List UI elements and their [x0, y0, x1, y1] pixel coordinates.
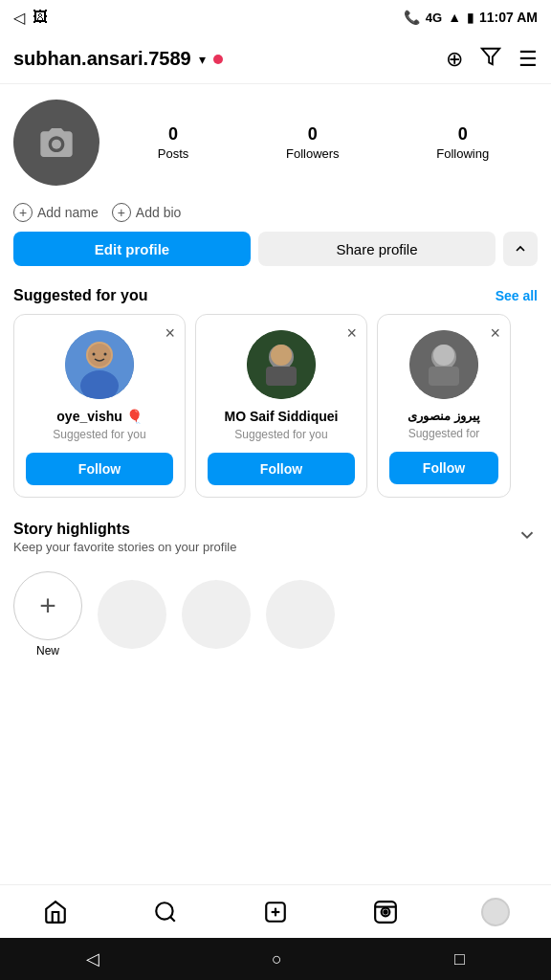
- profile-nav-circle: [481, 898, 510, 926]
- svg-rect-10: [266, 367, 297, 386]
- new-highlight-button[interactable]: +: [13, 571, 82, 640]
- wifi-icon: ▲: [448, 10, 461, 25]
- close-card-3-button[interactable]: ×: [490, 324, 500, 342]
- followers-stat[interactable]: 0 Followers: [286, 124, 340, 162]
- see-all-button[interactable]: See all: [496, 288, 538, 303]
- svg-point-7: [104, 353, 107, 356]
- followers-label: Followers: [286, 146, 340, 161]
- suggested-card-2: × MO Saif Siddiquei Suggested for you Fo…: [195, 314, 367, 498]
- add-bio-plus[interactable]: +: [112, 203, 131, 222]
- svg-point-15: [433, 345, 454, 366]
- card-name-3: پیروز منصوری: [408, 409, 480, 423]
- close-card-2-button[interactable]: ×: [346, 324, 357, 342]
- card-subtitle-2: Suggested for you: [234, 428, 327, 441]
- follow-button-3[interactable]: Follow: [389, 452, 498, 484]
- svg-rect-14: [429, 367, 459, 386]
- username-area[interactable]: subhan.ansari.7589 ▾: [13, 48, 223, 70]
- menu-icon[interactable]: ☰: [518, 47, 538, 72]
- stats-row: 0 Posts 0 Followers 0 Following: [109, 124, 538, 162]
- battery-icon: ▮: [467, 11, 474, 25]
- signal-strength: 4G: [426, 11, 442, 25]
- highlights-subtitle: Keep your favorite stories on your profi…: [13, 540, 236, 554]
- nav-icons: ⊕ ☰: [446, 46, 538, 73]
- highlights-row: + New: [0, 558, 551, 677]
- clock: 11:07 AM: [479, 10, 538, 25]
- close-card-1-button[interactable]: ×: [165, 324, 175, 342]
- add-name-item[interactable]: + Add name: [13, 203, 99, 222]
- edit-profile-button[interactable]: Edit profile: [13, 232, 251, 266]
- svg-point-23: [385, 910, 387, 913]
- plus-icon: +: [39, 590, 56, 622]
- notification-dot: [213, 55, 223, 64]
- profile-avatar[interactable]: [13, 100, 99, 186]
- svg-marker-0: [482, 48, 499, 64]
- android-nav-bar: ◁ ○ □: [0, 938, 551, 980]
- add-post-icon[interactable]: ⊕: [446, 47, 463, 72]
- add-row: + Add name + Add bio: [0, 197, 551, 232]
- following-label: Following: [436, 146, 489, 161]
- svg-point-16: [156, 902, 172, 919]
- following-stat[interactable]: 0 Following: [436, 124, 489, 162]
- svg-point-1: [52, 140, 61, 149]
- suggested-title: Suggested for you: [13, 287, 147, 304]
- svg-line-17: [170, 917, 175, 922]
- status-right: 📞 4G ▲ ▮ 11:07 AM: [404, 10, 538, 25]
- suggested-card-1: × oye_vishu 🎈 Suggested for you Follow: [13, 314, 186, 498]
- signal-arrow-icon: ◁: [13, 9, 25, 27]
- posts-count: 0: [158, 124, 189, 145]
- add-bio-label: Add bio: [136, 205, 181, 220]
- filter-icon[interactable]: [480, 46, 501, 73]
- svg-point-5: [88, 344, 111, 367]
- card-avatar-1: [65, 330, 134, 399]
- suggested-card-3: × پیروز منصوری Suggested for Follow: [377, 314, 511, 498]
- add-bio-item[interactable]: + Add bio: [112, 203, 181, 222]
- svg-point-6: [93, 353, 96, 356]
- dropdown-icon[interactable]: ▾: [199, 52, 206, 67]
- add-nav-button[interactable]: [253, 889, 298, 935]
- new-highlight-label: New: [36, 644, 59, 657]
- card-name-2: MO Saif Siddiquei: [224, 409, 338, 424]
- posts-label: Posts: [158, 146, 189, 161]
- collapse-button[interactable]: [503, 232, 538, 266]
- card-subtitle-3: Suggested for: [408, 427, 480, 440]
- bottom-nav: [0, 884, 551, 938]
- home-nav-button[interactable]: [33, 889, 78, 935]
- suggested-scroll: × oye_vishu 🎈 Suggested for you Follow: [0, 314, 551, 511]
- search-nav-button[interactable]: [143, 889, 188, 935]
- card-avatar-2: [247, 330, 316, 399]
- highlights-title: Story highlights: [13, 521, 236, 538]
- highlight-circle-2[interactable]: [182, 580, 251, 649]
- follow-button-2[interactable]: Follow: [208, 453, 355, 485]
- android-back-button[interactable]: ◁: [86, 948, 99, 969]
- svg-point-11: [271, 345, 292, 366]
- android-home-button[interactable]: ○: [272, 949, 282, 969]
- add-name-label: Add name: [37, 205, 99, 220]
- image-icon: 🖼: [33, 9, 48, 26]
- android-recents-button[interactable]: □: [454, 949, 465, 969]
- reels-nav-button[interactable]: [363, 889, 408, 935]
- action-row: Edit profile Share profile: [0, 232, 551, 279]
- status-left: ◁ 🖼: [13, 9, 48, 27]
- suggested-header: Suggested for you See all: [0, 279, 551, 314]
- highlights-left: Story highlights Keep your favorite stor…: [13, 521, 236, 554]
- follow-button-1[interactable]: Follow: [26, 453, 173, 485]
- followers-count: 0: [286, 124, 340, 145]
- card-name-1: oye_vishu 🎈: [56, 409, 142, 424]
- username-text: subhan.ansari.7589: [13, 48, 191, 70]
- add-name-plus[interactable]: +: [13, 203, 33, 222]
- highlights-header: Story highlights Keep your favorite stor…: [0, 511, 551, 558]
- call-icon: 📞: [404, 10, 420, 25]
- profile-nav-button[interactable]: [473, 889, 518, 935]
- highlight-circle-1[interactable]: [98, 580, 166, 649]
- posts-stat[interactable]: 0 Posts: [158, 124, 189, 162]
- following-count: 0: [436, 124, 489, 145]
- new-highlight-wrap: + New: [13, 571, 82, 657]
- top-nav: subhan.ansari.7589 ▾ ⊕ ☰: [0, 34, 551, 84]
- status-bar: ◁ 🖼 📞 4G ▲ ▮ 11:07 AM: [0, 0, 551, 34]
- highlight-circle-3[interactable]: [266, 580, 335, 649]
- highlights-chevron-icon[interactable]: [517, 524, 538, 550]
- card-avatar-3: [409, 330, 478, 399]
- profile-section: 0 Posts 0 Followers 0 Following: [0, 84, 551, 197]
- share-profile-button[interactable]: Share profile: [258, 232, 496, 266]
- card-subtitle-1: Suggested for you: [53, 428, 145, 441]
